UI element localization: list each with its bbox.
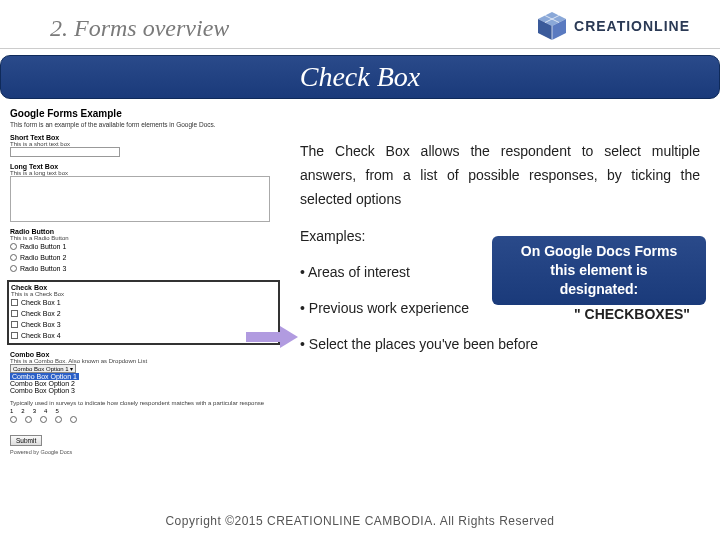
checkbox-option[interactable]: Check Box 3: [11, 319, 276, 330]
form-description: This form is an example of the available…: [10, 121, 280, 128]
radio-option-label: Radio Button 1: [20, 241, 66, 252]
combo-select[interactable]: Combo Box Option 1 ▾: [10, 364, 76, 373]
callout-value: " CHECKBOXES": [574, 306, 690, 322]
checkbox-option[interactable]: Check Box 4: [11, 330, 276, 341]
arrow-icon: [246, 326, 298, 348]
combo-option[interactable]: Combo Box Option 1: [10, 373, 79, 380]
short-text-label: Short Text Box: [10, 134, 280, 141]
radio-icon: [10, 254, 17, 261]
short-text-section: Short Text Box This is a short text box: [10, 134, 280, 157]
submit-button[interactable]: Submit: [10, 435, 42, 446]
checkbox-option-label: Check Box 4: [21, 330, 61, 341]
long-text-label: Long Text Box: [10, 163, 280, 170]
scale-help: Typically used in surveys to indicate ho…: [10, 400, 280, 406]
checkbox-icon: [11, 310, 18, 317]
radio-icon[interactable]: [70, 416, 77, 423]
checkbox-option[interactable]: Check Box 2: [11, 308, 276, 319]
section-title: 2. Forms overview: [50, 15, 229, 42]
radio-section: Radio Button This is a Radio Button Radi…: [10, 228, 280, 274]
radio-option-label: Radio Button 2: [20, 252, 66, 263]
scale-num[interactable]: 2: [21, 408, 24, 414]
scale-num[interactable]: 5: [55, 408, 58, 414]
short-text-help: This is a short text box: [10, 141, 280, 147]
combo-option[interactable]: Combo Box Option 3: [10, 387, 280, 394]
radio-icon[interactable]: [10, 416, 17, 423]
radio-option-label: Radio Button 3: [20, 263, 66, 274]
checkbox-icon: [11, 332, 18, 339]
footer-copyright: Copyright ©2015 CREATIONLINE CAMBODIA. A…: [0, 514, 720, 528]
page-title: Check Box: [300, 61, 421, 93]
scale-num[interactable]: 3: [33, 408, 36, 414]
radio-option[interactable]: Radio Button 3: [10, 263, 280, 274]
cube-icon: [536, 10, 568, 42]
brand-logo: CREATIONLINE: [536, 10, 690, 42]
callout-line: designated:: [500, 280, 698, 299]
intro-text: The Check Box allows the respondent to s…: [300, 140, 700, 211]
callout-box: On Google Docs Forms this element is des…: [492, 236, 706, 305]
checkbox-icon: [11, 321, 18, 328]
slide-header: 2. Forms overview CREATIONLINE: [50, 10, 690, 42]
form-title: Google Forms Example: [10, 108, 280, 119]
checkbox-option-label: Check Box 2: [21, 308, 61, 319]
long-text-input[interactable]: [10, 176, 270, 222]
checkbox-icon: [11, 299, 18, 306]
checkbox-section: Check Box This is a Check Box Check Box …: [7, 280, 280, 345]
combo-section: Combo Box This is a Combo Box. Also know…: [10, 351, 280, 394]
combo-option[interactable]: Combo Box Option 2: [10, 380, 280, 387]
combo-label: Combo Box: [10, 351, 280, 358]
radio-icon[interactable]: [25, 416, 32, 423]
scale-row: 1 2 3 4 5: [10, 408, 280, 414]
powered-by: Powered by Google Docs: [10, 449, 280, 455]
radio-icon[interactable]: [40, 416, 47, 423]
svg-marker-7: [280, 326, 298, 348]
radio-option[interactable]: Radio Button 1: [10, 241, 280, 252]
radio-option[interactable]: Radio Button 2: [10, 252, 280, 263]
checkbox-option[interactable]: Check Box 1: [11, 297, 276, 308]
checkbox-label: Check Box: [11, 284, 276, 291]
checkbox-option-label: Check Box 1: [21, 297, 61, 308]
header-divider: [0, 48, 720, 49]
callout-line: this element is: [500, 261, 698, 280]
list-item: • Select the places you've been before: [300, 333, 700, 357]
short-text-input[interactable]: [10, 147, 120, 157]
title-bar: Check Box: [0, 55, 720, 99]
form-screenshot: Google Forms Example This form is an exa…: [10, 108, 280, 455]
svg-rect-6: [246, 332, 280, 342]
radio-label: Radio Button: [10, 228, 280, 235]
radio-icon: [10, 265, 17, 272]
callout-line: On Google Docs Forms: [500, 242, 698, 261]
radio-icon[interactable]: [55, 416, 62, 423]
long-text-section: Long Text Box This is a long text box: [10, 163, 280, 222]
scale-num[interactable]: 4: [44, 408, 47, 414]
checkbox-option-label: Check Box 3: [21, 319, 61, 330]
scale-num[interactable]: 1: [10, 408, 13, 414]
radio-icon: [10, 243, 17, 250]
brand-name: CREATIONLINE: [574, 18, 690, 34]
scale-section: Typically used in surveys to indicate ho…: [10, 400, 280, 423]
